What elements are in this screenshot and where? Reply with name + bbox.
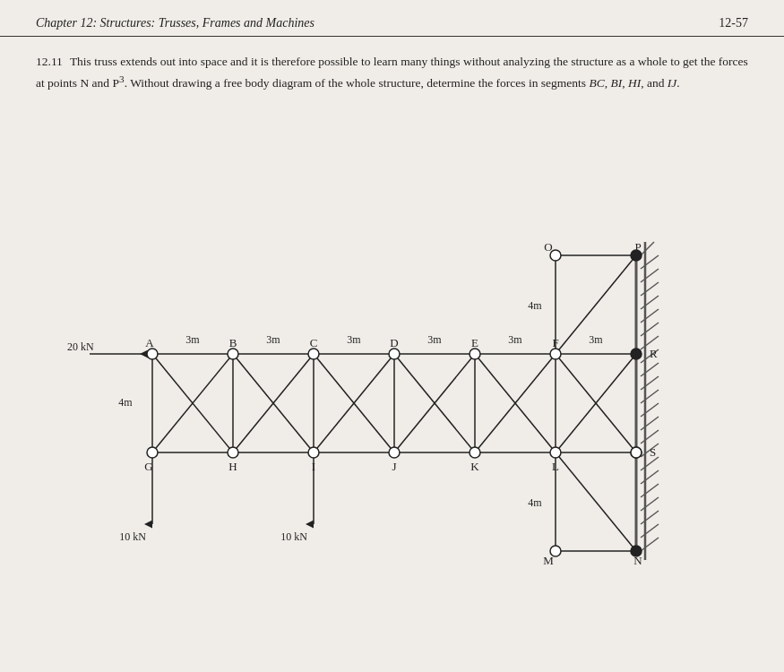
label-E: E <box>471 336 478 349</box>
label-K: K <box>470 460 479 473</box>
svg-line-53 <box>641 376 659 390</box>
svg-line-46 <box>641 282 659 296</box>
svg-line-64 <box>641 524 659 538</box>
chapter-title: Chapter 12: Structures: Trusses, Frames … <box>36 16 314 30</box>
dim-BC: 3m <box>266 333 280 346</box>
svg-point-85 <box>631 447 642 458</box>
truss-diagram: A B C D E F G H I J K L O P R S M <box>36 175 753 641</box>
svg-line-44 <box>641 255 659 269</box>
problem-body: This truss extends out into space and it… <box>36 55 748 90</box>
dim-EF: 3m <box>508 333 522 346</box>
label-A: A <box>145 336 154 349</box>
dim-AB: 3m <box>185 333 200 346</box>
dim-CD: 3m <box>347 333 361 346</box>
svg-line-56 <box>641 417 659 430</box>
svg-point-78 <box>550 447 561 458</box>
svg-line-55 <box>641 403 659 417</box>
label-M: M <box>543 554 554 567</box>
svg-line-49 <box>641 323 659 336</box>
dim-OF: 4m <box>528 299 542 312</box>
dim-DE: 3m <box>427 333 442 346</box>
svg-line-65 <box>641 538 659 551</box>
label-G: G <box>144 460 152 473</box>
svg-point-72 <box>550 349 561 359</box>
label-J: J <box>392 460 396 473</box>
svg-point-68 <box>228 349 238 359</box>
svg-point-73 <box>147 447 158 458</box>
svg-line-52 <box>641 363 659 376</box>
svg-line-63 <box>641 511 659 524</box>
svg-line-38 <box>556 452 636 551</box>
svg-point-77 <box>470 447 480 458</box>
svg-line-45 <box>641 269 659 282</box>
label-L: L <box>552 460 559 473</box>
label-C: C <box>310 336 318 349</box>
force-g-label: 10 kN <box>119 530 146 543</box>
svg-line-62 <box>641 497 659 511</box>
svg-line-48 <box>641 309 659 323</box>
svg-line-59 <box>641 457 659 470</box>
svg-point-81 <box>631 349 642 359</box>
label-S: S <box>650 445 656 459</box>
svg-point-70 <box>389 349 400 359</box>
label-N: N <box>633 554 642 567</box>
dim-vertical-left: 4m <box>118 396 133 409</box>
svg-point-71 <box>470 349 480 359</box>
dim-LM: 4m <box>528 496 542 509</box>
problem-text: 12.11 This truss extends out into space … <box>0 37 784 93</box>
svg-point-67 <box>147 349 158 359</box>
dim-FR: 3m <box>589 333 603 346</box>
page-number: 12-57 <box>719 16 748 30</box>
label-O: O <box>544 240 552 254</box>
label-D: D <box>390 336 398 349</box>
truss-svg: A B C D E F G H I J K L O P R S M <box>36 175 753 641</box>
label-B: B <box>229 336 237 349</box>
label-H: H <box>228 460 237 473</box>
force-i-label: 10 kN <box>280 530 307 543</box>
page: Chapter 12: Structures: Trusses, Frames … <box>0 0 784 672</box>
svg-line-57 <box>641 430 659 444</box>
svg-line-60 <box>641 470 659 484</box>
problem-number: 12.11 <box>36 53 63 72</box>
label-F: F <box>552 336 558 349</box>
label-P: P <box>634 240 641 254</box>
svg-line-54 <box>641 390 659 403</box>
svg-line-43 <box>641 242 654 255</box>
svg-point-75 <box>308 447 319 458</box>
label-R: R <box>650 347 658 360</box>
svg-line-47 <box>641 296 659 309</box>
svg-point-74 <box>228 447 238 458</box>
svg-line-61 <box>641 484 659 497</box>
label-I: I <box>312 460 315 473</box>
page-header: Chapter 12: Structures: Trusses, Frames … <box>0 0 784 37</box>
svg-point-69 <box>308 349 319 359</box>
force-20kn-label: 20 kN <box>67 340 94 353</box>
svg-point-76 <box>389 447 400 458</box>
